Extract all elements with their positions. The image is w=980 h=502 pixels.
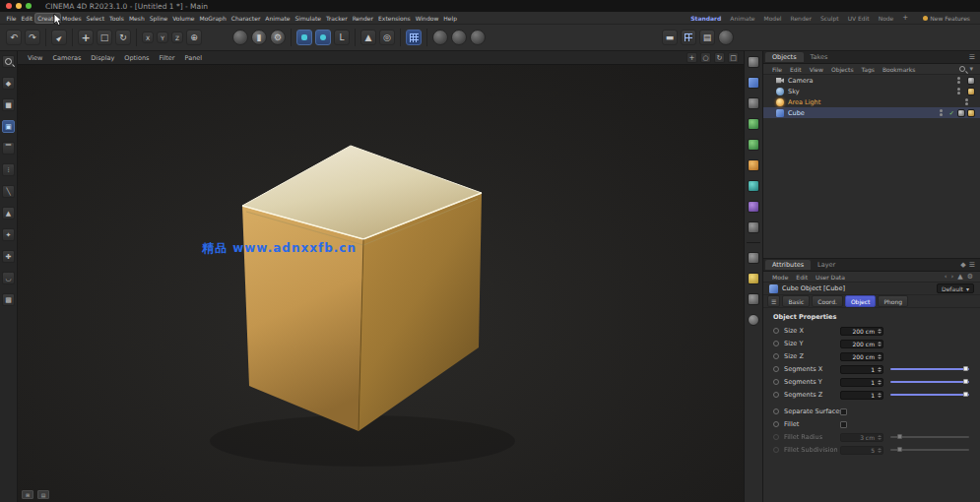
keyframe-dot[interactable] [773, 392, 779, 398]
material-tag-icon[interactable] [967, 109, 975, 117]
keyframe-dot[interactable] [773, 366, 779, 372]
segments-x-slider[interactable] [890, 365, 972, 374]
visibility-dots[interactable] [957, 88, 960, 95]
coordinate-system-icon[interactable]: ⊕ [186, 30, 202, 45]
filter-icon[interactable]: ▾ [969, 66, 973, 73]
layout-tab-sculpt[interactable]: Sculpt [817, 14, 843, 23]
make-editable-icon[interactable]: ◆ [2, 77, 15, 90]
object-row-cube[interactable]: Cube ✓ [763, 107, 980, 118]
interactive-render-icon[interactable] [718, 30, 734, 45]
viewport-filter-icon[interactable]: ▩ [2, 293, 15, 306]
segments-y-field[interactable]: 1 [840, 378, 883, 387]
segments-z-field[interactable]: 1 [840, 391, 883, 400]
live-selection-icon[interactable]: ► [51, 30, 67, 45]
primitive-cube-icon[interactable] [748, 77, 759, 89]
axis-y-button[interactable]: Y [157, 31, 168, 43]
menu-spline[interactable]: Spline [147, 14, 169, 23]
material-create-icon[interactable] [748, 293, 759, 305]
om-menu-file[interactable]: File [768, 66, 786, 73]
axis-x-button[interactable]: X [142, 31, 154, 43]
pen-tool-icon[interactable] [748, 56, 759, 68]
keyframe-dot[interactable] [773, 408, 779, 414]
sky-material-tag-icon[interactable] [967, 88, 975, 95]
viewport-layout-single-icon[interactable]: ▬ [662, 30, 678, 45]
mograph-icon[interactable] [748, 159, 759, 171]
viewport-menu-filter[interactable]: Filter [154, 54, 179, 62]
menu-window[interactable]: Window [413, 14, 441, 23]
layout-tab-standard[interactable]: Standard [686, 14, 725, 23]
om-menu-tags[interactable]: Tags [858, 66, 879, 73]
lock-icon[interactable]: ▲ [957, 274, 962, 281]
deformer-icon[interactable] [748, 201, 759, 213]
keyframe-dot[interactable] [773, 341, 779, 346]
layout-tab-model[interactable]: Model [759, 14, 785, 23]
axis-mode-icon[interactable]: ✚ [2, 250, 15, 263]
camera-create-icon[interactable] [748, 252, 759, 264]
world-axis-icon[interactable]: ⊞ [22, 490, 33, 499]
menu-select[interactable]: Select [84, 14, 107, 23]
field-icon[interactable] [748, 139, 759, 151]
add-spline-icon[interactable] [451, 30, 467, 45]
viewport-menu-view[interactable]: View [23, 54, 47, 62]
object-row-light[interactable]: Area Light [763, 96, 980, 107]
menu-render[interactable]: Render [350, 14, 375, 23]
om-menu-objects[interactable]: Objects [827, 66, 858, 73]
object-row-camera[interactable]: Camera [763, 75, 980, 86]
menu-tracker[interactable]: Tracker [324, 14, 351, 23]
close-window-button[interactable] [6, 3, 12, 9]
polygons-mode-icon[interactable]: ▲ [2, 207, 15, 220]
keyframe-dot[interactable] [773, 379, 779, 385]
menu-modes[interactable]: Modes [60, 14, 84, 23]
snap-icon[interactable]: ▲ [360, 30, 376, 45]
subdivision-surface-icon[interactable] [748, 118, 759, 130]
scale-tool-icon[interactable]: □ [97, 30, 112, 45]
segments-y-slider[interactable] [890, 378, 972, 387]
am-menu-mode[interactable]: Mode [768, 274, 792, 281]
spline-pen-icon[interactable] [748, 97, 759, 109]
keyframe-dot[interactable] [773, 353, 779, 359]
viewport-menu-display[interactable]: Display [86, 54, 119, 62]
points-mode-icon[interactable]: ⁝ [2, 163, 15, 176]
section-tab-phong[interactable]: Phong [878, 295, 908, 307]
tab-objects[interactable]: Objects [765, 52, 804, 62]
section-tab-object[interactable]: Object [845, 295, 877, 307]
grid-toggle-icon[interactable]: ▤ [37, 490, 49, 499]
menu-extensions[interactable]: Extensions [376, 14, 414, 23]
layout-tab-uvedit[interactable]: UV Edit [844, 14, 874, 23]
menu-help[interactable]: Help [441, 14, 460, 23]
size-x-field[interactable]: 200 cm [840, 327, 883, 336]
menu-tools[interactable]: Tools [107, 14, 127, 23]
menu-simulate[interactable]: Simulate [293, 14, 324, 23]
menu-create[interactable]: Create [35, 14, 60, 23]
quantize-icon[interactable]: ◎ [379, 30, 395, 45]
am-menu-edit[interactable]: Edit [792, 274, 812, 281]
panel-menu-icon[interactable]: ☰ [969, 54, 975, 61]
pin-icon[interactable]: ◆ [960, 262, 965, 269]
am-menu-userdata[interactable]: User Data [812, 274, 849, 281]
render-view-icon[interactable] [232, 30, 248, 45]
camera-tag-icon[interactable] [967, 77, 975, 85]
separate-surfaces-checkbox[interactable] [840, 408, 847, 415]
om-menu-bookmarks[interactable]: Bookmarks [879, 66, 920, 73]
visibility-dots[interactable] [940, 109, 943, 117]
add-primitive-icon[interactable] [432, 30, 448, 45]
tab-attributes[interactable]: Attributes [765, 260, 811, 270]
phong-tag-icon[interactable] [957, 109, 965, 117]
keyframe-dot[interactable] [773, 328, 779, 334]
viewport-menu-panel[interactable]: Panel [180, 54, 208, 62]
add-generator-icon[interactable] [470, 30, 486, 45]
undo-icon[interactable]: ↶ [6, 30, 22, 45]
render-region-icon[interactable] [748, 314, 759, 326]
menu-file[interactable]: File [4, 14, 19, 23]
tab-overflow-icon[interactable]: ☰ [767, 295, 780, 307]
volume-icon[interactable] [748, 180, 759, 192]
menu-volume[interactable]: Volume [170, 14, 197, 23]
simulation-icon[interactable] [748, 221, 759, 233]
viewport-layout-quad-icon[interactable] [681, 30, 696, 45]
segments-x-field[interactable]: 1 [840, 365, 883, 374]
layout-tab-node[interactable]: Node [875, 14, 898, 23]
size-z-field[interactable]: 200 cm [840, 352, 883, 361]
edges-mode-icon[interactable]: ╲ [2, 185, 15, 198]
model-mode-icon[interactable]: ■ [2, 98, 15, 111]
fillet-checkbox[interactable] [840, 421, 847, 428]
